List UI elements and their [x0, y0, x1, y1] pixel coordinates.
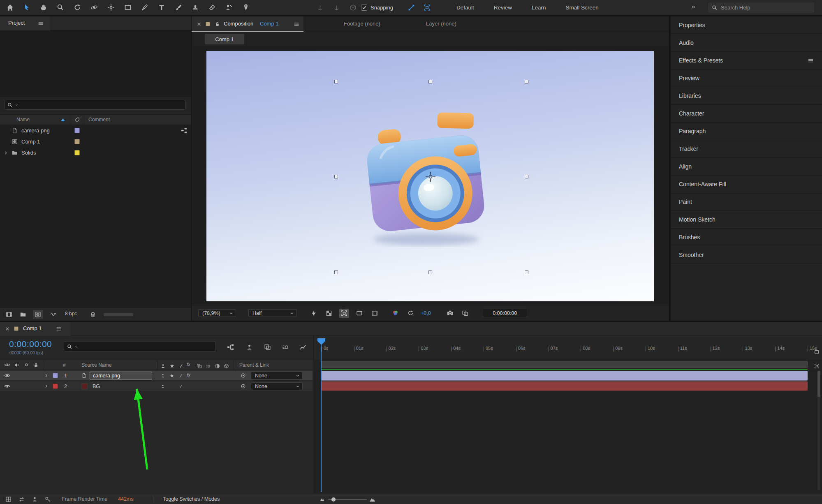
- usage-flowchart-icon[interactable]: [181, 127, 187, 134]
- workspace-tab[interactable]: Small Screen: [566, 5, 599, 11]
- orbit-tool-icon[interactable]: [89, 2, 99, 13]
- solo-column-icon[interactable]: [24, 362, 29, 368]
- new-composition-icon[interactable]: [33, 310, 43, 319]
- show-channel-icon[interactable]: [390, 309, 401, 318]
- selection-handle[interactable]: [334, 80, 338, 83]
- layer-tab[interactable]: Layer (none): [426, 21, 456, 27]
- footer-swap-icon[interactable]: [16, 494, 26, 504]
- layer-shy-icon[interactable]: [159, 381, 167, 391]
- panel-tab[interactable]: Motion Sketch: [671, 211, 822, 229]
- snapshot-camera-icon[interactable]: [445, 309, 455, 318]
- layer-fx-icon[interactable]: fx: [187, 372, 190, 377]
- video-column-eye-icon[interactable]: [4, 362, 10, 368]
- lock-column-icon[interactable]: [33, 362, 39, 368]
- pan-view-icon[interactable]: [812, 361, 822, 371]
- reset-exposure-icon[interactable]: [405, 309, 416, 318]
- type-tool-icon[interactable]: [157, 2, 167, 13]
- close-icon[interactable]: [5, 326, 10, 331]
- selection-handle[interactable]: [525, 175, 528, 178]
- timeline-zoom-slider-handle[interactable]: [331, 497, 336, 502]
- footer-figure-icon[interactable]: [30, 494, 39, 504]
- sort-ascending-icon[interactable]: [61, 118, 65, 121]
- viewer-menu-icon[interactable]: [294, 21, 299, 27]
- puppet-pin-tool-icon[interactable]: [241, 2, 251, 13]
- zoom-tool-icon[interactable]: [56, 2, 65, 13]
- new-folder-icon[interactable]: [20, 311, 26, 318]
- clone-stamp-tool-icon[interactable]: [190, 2, 200, 13]
- vertical-scrollbar[interactable]: [817, 371, 820, 490]
- pixel-aspect-icon[interactable]: [369, 309, 380, 318]
- switch-frame-blend-icon[interactable]: [195, 361, 203, 371]
- trash-icon[interactable]: [90, 311, 96, 318]
- composition-canvas[interactable]: [206, 51, 654, 301]
- mini-flowchart-icon[interactable]: [225, 342, 235, 352]
- region-of-interest-icon[interactable]: [354, 309, 364, 318]
- panel-tab[interactable]: Paint: [671, 193, 822, 211]
- layer-quality-icon[interactable]: [177, 381, 185, 391]
- audio-column-speaker-icon[interactable]: [14, 362, 20, 368]
- layer-name[interactable]: camera.png: [90, 372, 152, 379]
- selection-handle[interactable]: [428, 270, 432, 274]
- switch-collapse-icon[interactable]: [168, 361, 176, 371]
- help-search-input[interactable]: Search Help: [708, 2, 814, 13]
- parent-dropdown[interactable]: None: [251, 382, 303, 390]
- mask-visibility-icon[interactable]: [339, 309, 349, 318]
- selection-handle[interactable]: [334, 175, 338, 178]
- axis-view-icon[interactable]: [348, 2, 358, 13]
- project-item-row[interactable]: Comp 1: [0, 136, 191, 147]
- hand-tool-icon[interactable]: [39, 2, 49, 13]
- panel-tab[interactable]: Character: [671, 105, 822, 123]
- switch-fx-icon[interactable]: fx: [187, 362, 190, 367]
- layer-label-chip[interactable]: [53, 384, 58, 389]
- footer-key-icon[interactable]: [43, 494, 53, 504]
- layer-name[interactable]: BG: [93, 384, 100, 389]
- panel-tab[interactable]: Brushes: [671, 229, 822, 246]
- project-item-row[interactable]: camera.png: [0, 125, 191, 136]
- name-column-header[interactable]: Name: [16, 117, 30, 123]
- workspace-overflow-icon[interactable]: »: [692, 3, 695, 10]
- switch-3d-icon[interactable]: [222, 361, 230, 371]
- rotate-tool-icon[interactable]: [72, 2, 82, 13]
- source-name-column[interactable]: Source Name: [81, 362, 111, 368]
- layer-expand-chevron-icon[interactable]: [44, 384, 49, 388]
- comp-breadcrumb-button[interactable]: Comp 1: [205, 34, 244, 44]
- workspace-tab[interactable]: Learn: [532, 5, 546, 11]
- brush-tool-icon[interactable]: [174, 2, 183, 13]
- timeline-menu-icon[interactable]: [56, 326, 62, 332]
- project-panel-menu-icon[interactable]: [38, 21, 44, 26]
- roto-brush-tool-icon[interactable]: [224, 2, 234, 13]
- project-search-input[interactable]: [4, 100, 186, 110]
- home-icon[interactable]: [5, 2, 15, 13]
- footer-grid-icon[interactable]: [3, 494, 13, 504]
- magnification-dropdown[interactable]: (78,9%): [198, 309, 236, 317]
- lock-icon[interactable]: [215, 21, 220, 27]
- layer-row[interactable]: 2 BG None: [0, 381, 313, 391]
- axis-world-icon[interactable]: [331, 2, 341, 13]
- selection-handle[interactable]: [334, 270, 338, 274]
- workspace-tab[interactable]: Review: [494, 5, 512, 11]
- switch-adjustment-icon[interactable]: [213, 361, 221, 371]
- layer-eye-icon[interactable]: [4, 372, 10, 379]
- pen-tool-icon[interactable]: [140, 2, 150, 13]
- graph-editor-icon[interactable]: [298, 342, 308, 352]
- layer-collapse-icon[interactable]: [168, 371, 176, 381]
- layer-duration-bar[interactable]: [322, 381, 808, 391]
- panel-tab[interactable]: Align: [671, 158, 822, 176]
- zoom-out-mountain-icon[interactable]: [320, 497, 324, 502]
- snap-line-icon[interactable]: [406, 2, 416, 13]
- panel-tab[interactable]: Libraries: [671, 87, 822, 105]
- layer-row[interactable]: 1 camera.png fx None: [0, 371, 313, 381]
- layer-duration-bar[interactable]: [322, 371, 808, 381]
- workspace-tab[interactable]: Default: [456, 5, 474, 11]
- comment-column-header[interactable]: Comment: [88, 117, 110, 123]
- project-item-row[interactable]: Solids: [0, 147, 191, 158]
- toggle-switches-modes-button[interactable]: Toggle Switches / Modes: [163, 496, 220, 502]
- parent-pickwhip-icon[interactable]: [240, 383, 246, 389]
- panel-tab[interactable]: Effects & Presets: [671, 52, 822, 69]
- layer-expand-chevron-icon[interactable]: [44, 373, 49, 378]
- motion-blur-icon[interactable]: [280, 342, 290, 352]
- resolution-dropdown[interactable]: Half: [248, 309, 297, 317]
- show-snapshot-icon[interactable]: [460, 309, 470, 318]
- label-column-tag-icon[interactable]: [74, 117, 80, 123]
- layer-shy-icon[interactable]: [159, 371, 167, 381]
